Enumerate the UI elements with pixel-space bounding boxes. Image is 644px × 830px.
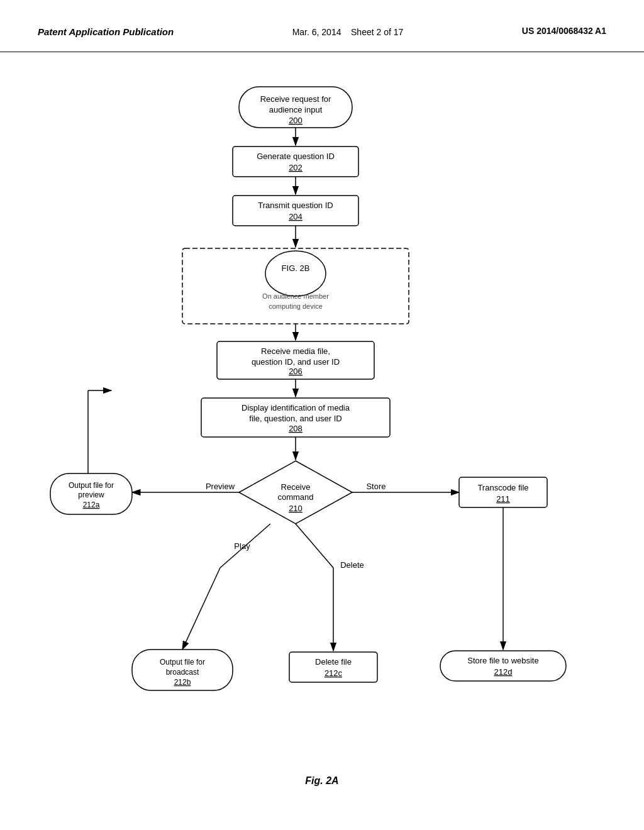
svg-text:208: 208 [289, 424, 303, 433]
svg-text:Play: Play [234, 541, 250, 551]
svg-text:212c: 212c [325, 668, 343, 678]
svg-text:Delete file: Delete file [315, 657, 352, 667]
patent-number: US 2014/0068432 A1 [522, 25, 606, 38]
flowchart-area: Receive request for audience input 200 G… [0, 52, 644, 775]
svg-text:FIG. 2B: FIG. 2B [282, 263, 310, 273]
svg-text:210: 210 [289, 504, 303, 513]
svg-line-56 [296, 524, 333, 568]
svg-text:computing device: computing device [269, 302, 323, 310]
publication-title: Patent Application Publication [38, 25, 174, 38]
svg-text:Output file for: Output file for [160, 658, 205, 667]
svg-text:Display identification of medi: Display identification of media [242, 403, 350, 412]
svg-point-15 [265, 251, 326, 296]
svg-line-50 [220, 524, 270, 568]
svg-text:Transcode file: Transcode file [477, 483, 528, 492]
svg-text:200: 200 [289, 116, 303, 125]
svg-text:audience input: audience input [269, 105, 323, 114]
svg-text:question ID, and user ID: question ID, and user ID [252, 357, 340, 367]
svg-text:Delete: Delete [340, 560, 364, 570]
svg-text:212a: 212a [83, 501, 100, 509]
svg-text:Transmit question ID: Transmit question ID [258, 201, 333, 210]
svg-text:Receive request for: Receive request for [260, 94, 331, 104]
svg-text:212b: 212b [174, 678, 191, 687]
svg-text:command: command [277, 492, 313, 502]
figure-label: Fig. 2A [0, 775, 644, 799]
svg-text:Preview: Preview [206, 482, 235, 491]
svg-line-51 [182, 568, 220, 650]
page: Patent Application Publication Mar. 6, 2… [0, 0, 644, 830]
svg-text:204: 204 [289, 212, 303, 221]
svg-text:Generate question ID: Generate question ID [257, 152, 335, 161]
svg-text:Store: Store [366, 482, 386, 491]
svg-text:211: 211 [496, 494, 510, 504]
page-header: Patent Application Publication Mar. 6, 2… [0, 0, 644, 52]
svg-text:On audience member: On audience member [262, 292, 329, 300]
svg-text:212d: 212d [494, 667, 513, 677]
svg-text:Receive: Receive [281, 482, 311, 492]
flowchart-svg: Receive request for audience input 200 G… [0, 52, 644, 775]
svg-text:Store file to website: Store file to website [467, 656, 538, 665]
svg-text:Output file for: Output file for [69, 481, 114, 490]
svg-text:Receive media file,: Receive media file, [261, 346, 330, 356]
svg-text:202: 202 [289, 163, 303, 172]
svg-text:preview: preview [78, 490, 104, 499]
svg-text:file, question, and user ID: file, question, and user ID [249, 414, 341, 423]
date-sheet: Mar. 6, 2014 Sheet 2 of 17 [292, 25, 404, 39]
svg-text:broadcast: broadcast [166, 668, 199, 677]
svg-text:206: 206 [289, 367, 303, 376]
